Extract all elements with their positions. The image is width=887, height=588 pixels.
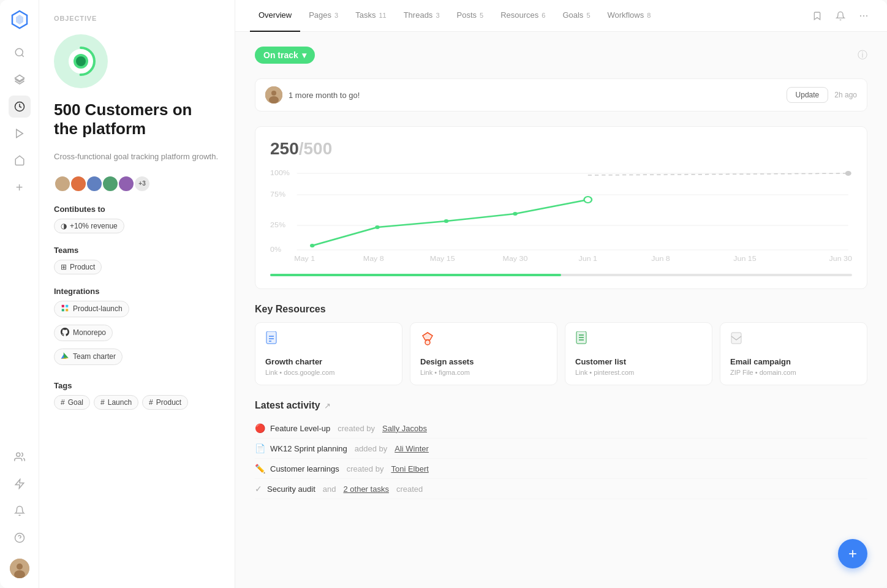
tab-goals-label: Goals bbox=[562, 10, 583, 20]
slack-icon bbox=[61, 304, 69, 314]
svg-text:Jun 1: Jun 1 bbox=[578, 255, 597, 262]
tab-tasks-count: 11 bbox=[379, 12, 386, 19]
goal-progress-circle bbox=[54, 34, 108, 88]
goal-description: Cross-functional goal tracking platform … bbox=[54, 151, 220, 163]
add-icon[interactable]: + bbox=[9, 176, 31, 198]
tab-tasks[interactable]: Tasks 11 bbox=[347, 0, 394, 32]
help-icon[interactable] bbox=[9, 527, 31, 549]
on-track-badge[interactable]: On track ▾ bbox=[255, 47, 315, 64]
svg-marker-7 bbox=[15, 480, 24, 489]
avatar-1[interactable] bbox=[54, 175, 71, 192]
team-name: Product bbox=[70, 263, 95, 271]
bell-icon[interactable] bbox=[9, 500, 31, 522]
tag-goal-label: Goal bbox=[68, 398, 83, 407]
tab-tasks-label: Tasks bbox=[355, 10, 376, 20]
key-resources-title: Key Resources bbox=[255, 304, 867, 315]
svg-rect-17 bbox=[62, 305, 64, 307]
integrations-section: Integrations Product-launch Monorepo Tea… bbox=[54, 287, 220, 369]
main-content: On track ▾ ⓘ 1 more month to go! Update … bbox=[235, 32, 887, 588]
teams-label: Teams bbox=[54, 246, 220, 255]
integration-product-launch[interactable]: Product-launch bbox=[54, 301, 129, 317]
search-icon[interactable] bbox=[9, 42, 31, 64]
resource-customer-list[interactable]: Customer list Link • pinterest.com bbox=[565, 322, 712, 385]
banner-message: 1 more month to go! bbox=[289, 91, 360, 100]
svg-marker-1 bbox=[16, 15, 23, 24]
info-icon[interactable]: ⓘ bbox=[858, 49, 867, 62]
contributes-label: Contibutes to bbox=[54, 205, 220, 214]
people-icon[interactable] bbox=[9, 446, 31, 468]
svg-marker-5 bbox=[16, 129, 23, 138]
progress-bar-fill bbox=[270, 274, 561, 276]
svg-point-36 bbox=[845, 171, 851, 176]
user-avatar[interactable] bbox=[10, 559, 29, 578]
svg-point-6 bbox=[16, 453, 20, 456]
contributes-chip[interactable]: ◑ +10% revenue bbox=[54, 219, 124, 233]
tab-pages[interactable]: Pages 3 bbox=[300, 0, 347, 32]
svg-rect-20 bbox=[66, 309, 68, 311]
tab-posts[interactable]: Posts 5 bbox=[448, 0, 493, 32]
activity-user-3[interactable]: Toni Elbert bbox=[391, 464, 428, 473]
fab-button[interactable]: + bbox=[838, 539, 867, 568]
layers-icon[interactable] bbox=[9, 69, 31, 91]
resource-customer-meta: Link • pinterest.com bbox=[575, 369, 702, 376]
resource-icon-growth bbox=[265, 331, 392, 352]
resource-growth-charter[interactable]: Growth charter Link • docs.google.com bbox=[255, 322, 402, 385]
avatar-5[interactable] bbox=[118, 175, 135, 192]
activity-user-1[interactable]: Sally Jacobs bbox=[382, 424, 427, 433]
play-icon[interactable] bbox=[9, 123, 31, 145]
svg-point-2 bbox=[15, 48, 23, 56]
svg-text:100%: 100% bbox=[270, 170, 290, 176]
avatar-overflow[interactable]: +3 bbox=[134, 175, 151, 192]
gdrive-icon bbox=[61, 352, 69, 362]
tab-threads[interactable]: Threads 3 bbox=[395, 0, 448, 32]
svg-rect-61 bbox=[731, 333, 741, 344]
integration-monorepo[interactable]: Monorepo bbox=[54, 325, 113, 341]
svg-point-40 bbox=[513, 212, 518, 216]
tab-threads-count: 3 bbox=[436, 12, 439, 19]
integration-monorepo-label: Monorepo bbox=[73, 328, 106, 337]
tab-goals[interactable]: Goals 5 bbox=[554, 0, 598, 32]
tag-goal[interactable]: #Goal bbox=[54, 395, 90, 410]
status-row: On track ▾ ⓘ bbox=[255, 47, 867, 64]
tag-product[interactable]: #Product bbox=[142, 395, 188, 410]
tab-resources[interactable]: Resources 6 bbox=[492, 0, 554, 32]
activity-user-2[interactable]: Ali Winter bbox=[394, 444, 429, 453]
more-menu-button[interactable]: ··· bbox=[855, 7, 872, 24]
activity-item-4: ✓ Security audit and 2 other tasks creat… bbox=[255, 479, 867, 499]
resource-design-assets[interactable]: Design assets Link • figma.com bbox=[410, 322, 557, 385]
resource-email-meta: ZIP File • domain.com bbox=[730, 369, 857, 376]
avatar-4[interactable] bbox=[102, 175, 119, 192]
external-link-icon[interactable]: ↗ bbox=[324, 401, 331, 410]
home-icon[interactable] bbox=[9, 149, 31, 172]
bookmark-button[interactable] bbox=[809, 7, 826, 24]
github-icon bbox=[61, 328, 69, 338]
team-avatars: +3 bbox=[54, 175, 220, 192]
logo-icon[interactable] bbox=[10, 10, 29, 29]
team-chip-product[interactable]: ⊞ Product bbox=[54, 260, 102, 274]
hash-icon-3: # bbox=[149, 398, 153, 407]
tag-launch[interactable]: #Launch bbox=[94, 395, 138, 410]
update-button[interactable]: Update bbox=[787, 87, 829, 103]
avatar-2[interactable] bbox=[70, 175, 87, 192]
svg-point-11 bbox=[17, 564, 23, 570]
contributes-value: +10% revenue bbox=[70, 222, 118, 230]
svg-point-55 bbox=[425, 340, 430, 345]
resource-email-campaign[interactable]: Email campaign ZIP File • domain.com bbox=[720, 322, 867, 385]
avatar-3[interactable] bbox=[86, 175, 103, 192]
bolt-icon[interactable] bbox=[9, 473, 31, 495]
latest-activity-title: Latest activity bbox=[255, 400, 320, 411]
tab-workflows[interactable]: Workflows 8 bbox=[599, 0, 660, 32]
tab-overview[interactable]: Overview bbox=[250, 0, 300, 32]
notification-button[interactable] bbox=[832, 7, 849, 24]
integration-team-charter[interactable]: Team charter bbox=[54, 349, 123, 365]
activity-name-3: Customer learnings bbox=[270, 464, 339, 473]
teams-section: Teams ⊞ Product bbox=[54, 246, 220, 274]
activity-tasks-link[interactable]: 2 other tasks bbox=[343, 484, 388, 494]
svg-point-41 bbox=[584, 197, 592, 203]
resource-icon-email bbox=[730, 331, 857, 352]
tab-workflows-label: Workflows bbox=[608, 10, 644, 20]
activity-name-4: Security audit bbox=[267, 484, 315, 494]
activity-icon[interactable] bbox=[9, 96, 31, 118]
objective-label: OBJECTIVE bbox=[54, 15, 220, 22]
key-resources-section: Key Resources Growth charter Link • docs… bbox=[255, 304, 867, 385]
